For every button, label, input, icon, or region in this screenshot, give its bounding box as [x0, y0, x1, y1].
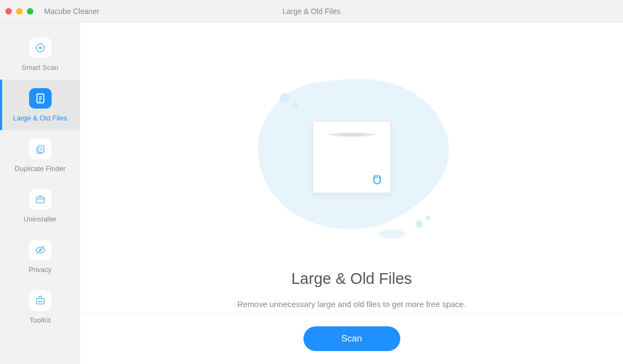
sidebar-item-uninstaller[interactable]: Uninstaller — [0, 181, 80, 231]
sidebar-item-duplicate-finder[interactable]: Duplicate Finder — [0, 130, 80, 181]
minimize-window-icon[interactable] — [16, 8, 23, 15]
svg-rect-10 — [38, 145, 44, 152]
sidebar-item-label: Privacy — [29, 266, 52, 274]
illustration — [233, 63, 470, 240]
close-window-icon[interactable] — [5, 8, 12, 15]
maximize-window-icon[interactable] — [27, 8, 33, 15]
window-controls — [5, 8, 33, 15]
page-subtitle: Remove unnecessary large and old files t… — [237, 299, 466, 309]
main-content: Large & Old Files Remove unnecessary lar… — [80, 23, 623, 364]
sidebar-item-toolkit[interactable]: ToolKit — [0, 282, 80, 332]
page-heading: Large & Old Files — [291, 270, 412, 288]
sidebar-item-privacy[interactable]: Privacy — [0, 231, 80, 282]
sidebar-item-label: Large & Old Files — [13, 114, 67, 122]
file-box-icon — [313, 121, 391, 194]
window-title: Large & Old Files — [282, 7, 341, 16]
duplicate-icon — [29, 139, 52, 159]
uninstaller-icon — [29, 189, 52, 210]
sidebar: Smart Scan Large & Old Files Duplicate F… — [0, 23, 80, 364]
svg-point-1 — [39, 47, 41, 49]
scan-button[interactable]: Scan — [303, 326, 400, 351]
sidebar-item-label: Uninstaller — [24, 215, 56, 223]
svg-rect-13 — [36, 197, 44, 203]
svg-point-23 — [426, 216, 430, 220]
sidebar-item-smart-scan[interactable]: Smart Scan — [0, 29, 80, 80]
eye-off-icon — [29, 240, 52, 260]
toolkit-icon — [29, 290, 52, 311]
target-icon — [29, 38, 52, 58]
titlebar: Macube Cleaner Large & Old Files — [0, 0, 623, 23]
svg-point-20 — [280, 93, 289, 103]
app-logo-icon — [372, 174, 383, 185]
sidebar-item-label: ToolKit — [30, 316, 51, 324]
svg-point-22 — [415, 220, 423, 228]
app-name: Macube Cleaner — [44, 7, 100, 16]
sidebar-item-label: Smart Scan — [22, 63, 59, 72]
footer: Scan — [80, 313, 623, 364]
file-list-icon — [29, 88, 52, 109]
sidebar-item-label: Duplicate Finder — [15, 165, 66, 173]
sidebar-item-large-old-files[interactable]: Large & Old Files — [0, 80, 80, 130]
svg-point-24 — [379, 229, 405, 239]
svg-point-21 — [293, 103, 298, 109]
